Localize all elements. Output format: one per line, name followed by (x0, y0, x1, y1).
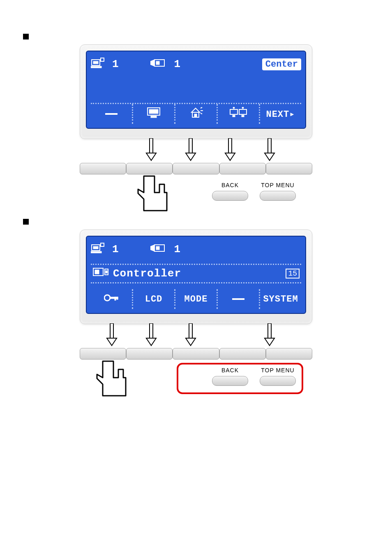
softkey-button-1[interactable] (80, 348, 126, 360)
svg-rect-7 (105, 113, 118, 115)
softkey-button-3[interactable] (173, 348, 219, 360)
lcd-screen: 1 1 Controller 15 (86, 236, 306, 314)
softkey-label-1 (91, 104, 133, 124)
controller-row-number: 15 (286, 269, 300, 278)
svg-marker-28 (225, 153, 235, 160)
svg-rect-44 (115, 297, 116, 300)
back-button-group: BACK (212, 367, 248, 386)
softkey-button-row (80, 163, 312, 174)
top-menu-button-label: TOP MENU (261, 182, 294, 188)
svg-rect-18 (239, 109, 247, 114)
top-menu-button-group: TOP MENU (260, 367, 296, 386)
softkey-label-2: LCD (133, 289, 175, 309)
svg-rect-3 (101, 58, 104, 61)
camera-icon (150, 58, 167, 70)
arrow-down-icon (145, 323, 157, 346)
top-menu-button[interactable] (260, 191, 296, 201)
back-button-label: BACK (221, 182, 239, 188)
softkey-button-2[interactable] (126, 348, 173, 360)
svg-rect-25 (189, 138, 192, 153)
svg-rect-1 (93, 61, 98, 64)
softkey-button-3[interactable] (173, 163, 219, 174)
svg-line-14 (201, 107, 202, 108)
camera-icon (150, 243, 167, 255)
arrow-down-icon (145, 138, 157, 161)
svg-point-22 (242, 107, 244, 109)
lcd-screen: 1 1 Center (86, 51, 306, 129)
top-menu-button-group: TOP MENU (260, 182, 296, 201)
physical-button-row: BACK TOP MENU (80, 182, 312, 201)
camera-number: 1 (174, 243, 181, 255)
softkey-button-2[interactable] (126, 163, 173, 174)
device-number: 1 (112, 243, 119, 255)
svg-rect-53 (268, 323, 271, 338)
svg-line-16 (201, 113, 202, 114)
arrow-down-icon (185, 323, 196, 346)
svg-rect-23 (150, 138, 153, 153)
svg-rect-9 (149, 109, 158, 114)
svg-rect-29 (268, 138, 271, 153)
back-button-label: BACK (221, 367, 239, 374)
lcd-controller-row: Controller 15 (91, 264, 301, 283)
softkey-label-4 (218, 104, 260, 124)
svg-marker-11 (191, 108, 200, 112)
back-button-group: BACK (212, 182, 248, 201)
lcd-status-row: 1 1 Center (91, 56, 301, 73)
lcd-softkey-row: LCD MODE SYSTEM (91, 289, 301, 309)
svg-rect-19 (233, 115, 235, 117)
lcd-status-row: 1 1 (91, 241, 301, 258)
softkey-button-1[interactable] (80, 163, 126, 174)
svg-rect-10 (151, 116, 157, 118)
svg-marker-54 (265, 338, 274, 346)
device-panel-1: 1 1 Center (16, 44, 376, 201)
camera-number: 1 (174, 58, 181, 70)
bullet-item-2 (23, 217, 376, 225)
device-panel-2: 1 1 Controller 15 (16, 230, 376, 386)
square-bullet-icon (23, 219, 29, 225)
svg-marker-50 (146, 338, 156, 346)
svg-marker-24 (146, 153, 156, 160)
svg-marker-5 (150, 60, 154, 66)
back-button[interactable] (212, 191, 248, 201)
arrow-down-icon (185, 138, 196, 161)
arrow-row (80, 139, 312, 163)
controller-row-title: Controller (113, 267, 181, 280)
softkey-label-1 (91, 289, 133, 309)
softkey-label-4 (218, 289, 260, 309)
svg-rect-27 (228, 138, 232, 153)
svg-rect-34 (101, 243, 104, 246)
svg-rect-51 (189, 323, 192, 338)
svg-marker-26 (186, 153, 196, 160)
softkey-button-4[interactable] (219, 348, 266, 360)
back-button[interactable] (212, 376, 248, 386)
softkey-button-4[interactable] (219, 163, 266, 174)
svg-rect-45 (117, 297, 118, 299)
softkey-label-3: MODE (175, 289, 218, 309)
lcd-softkey-row: NEXT▸ (91, 103, 301, 124)
svg-rect-47 (110, 323, 113, 338)
dual-monitor-icon (229, 107, 247, 121)
svg-rect-17 (230, 109, 238, 114)
home-signal-icon (188, 107, 204, 121)
svg-rect-39 (95, 270, 99, 274)
device-bezel: 1 1 Controller 15 (80, 230, 312, 324)
arrow-down-icon (106, 323, 118, 346)
arrow-down-icon (264, 138, 275, 161)
top-menu-button-label: TOP MENU (261, 367, 294, 374)
softkey-label-2 (133, 104, 175, 124)
svg-rect-2 (91, 66, 101, 68)
softkey-button-row (80, 348, 312, 360)
monitor-icon (147, 107, 161, 121)
svg-marker-48 (107, 338, 117, 346)
softkey-button-5[interactable] (266, 163, 312, 174)
controller-icon (91, 242, 105, 256)
softkey-button-5[interactable] (266, 348, 312, 360)
hand-pointer-icon (92, 359, 129, 404)
controller-icon (91, 57, 105, 71)
svg-marker-36 (150, 245, 154, 251)
svg-point-21 (233, 107, 235, 109)
top-menu-button[interactable] (260, 376, 296, 386)
softkey-label-3 (175, 104, 218, 124)
hand-pointer-icon (133, 174, 170, 219)
softkey-label-5: NEXT▸ (260, 104, 301, 124)
